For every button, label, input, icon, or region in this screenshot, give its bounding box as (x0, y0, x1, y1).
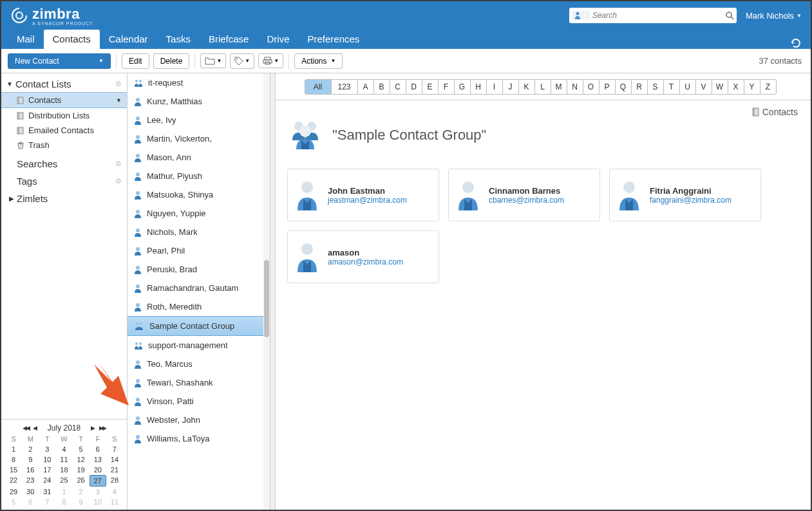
cal-day[interactable]: 4 (55, 444, 72, 454)
alpha-all[interactable]: All (305, 79, 332, 95)
tag-button[interactable]: ▼ (230, 53, 254, 69)
list-item[interactable]: Pearl, Phil (127, 241, 270, 260)
cal-day[interactable]: 1 (5, 444, 22, 454)
sidebar-item-emailed-contacts[interactable]: Emailed Contacts (1, 123, 127, 138)
cal-day[interactable]: 12 (73, 454, 90, 465)
cal-day[interactable]: 23 (22, 475, 39, 487)
tab-calendar[interactable]: Calendar (100, 30, 157, 49)
list-item[interactable]: Teo, Marcus (127, 355, 270, 373)
cal-day[interactable]: 28 (106, 475, 123, 487)
tab-contacts[interactable]: Contacts (44, 30, 100, 49)
splitter-handle[interactable] (270, 73, 276, 510)
alpha-letter[interactable]: U (679, 79, 696, 95)
alpha-letter[interactable]: Q (615, 79, 632, 95)
list-item[interactable]: Mathur, Piyush (127, 167, 270, 185)
tab-tasks[interactable]: Tasks (157, 30, 200, 49)
cal-day[interactable]: 10 (90, 497, 106, 507)
member-card[interactable]: John Eastmanjeastman@zimbra.com (287, 169, 439, 221)
sidebar-item-distribution-lists[interactable]: Distribution Lists (1, 108, 127, 123)
folder-move-button[interactable]: ▼ (200, 53, 226, 68)
alpha-letter[interactable]: E (422, 79, 439, 95)
member-card[interactable]: Cinnamon Barnescbarnes@zimbra.com (448, 169, 600, 221)
list-item[interactable]: Ramachandran, Gautam (127, 279, 270, 297)
alpha-letter[interactable]: L (534, 79, 551, 95)
cal-day[interactable]: 9 (73, 497, 90, 507)
alpha-letter[interactable]: J (502, 79, 519, 95)
cal-day[interactable]: 1 (55, 487, 72, 497)
alpha-letter[interactable]: W (712, 79, 728, 95)
cal-day[interactable]: 26 (73, 475, 90, 487)
refresh-button[interactable] (790, 37, 811, 49)
member-card[interactable]: amasonamason@zimbra.com (287, 230, 439, 283)
alpha-letter[interactable]: Z (760, 79, 777, 95)
list-item[interactable]: Tewari, Shashank (127, 373, 270, 392)
alpha-letter[interactable]: C (390, 79, 406, 95)
alpha-letter[interactable]: D (406, 79, 422, 95)
sidebar-item-trash[interactable]: Trash (1, 138, 127, 153)
member-card[interactable]: Fitria Anggrainifanggraini@zimbra.com (609, 169, 761, 221)
search-input[interactable] (592, 11, 725, 20)
cal-day[interactable]: 5 (5, 497, 22, 507)
alpha-letter[interactable]: A (357, 79, 374, 95)
list-item[interactable]: Sample Contact Group (127, 316, 270, 336)
alpha-letter[interactable]: R (631, 79, 648, 95)
tab-preferences[interactable]: Preferences (298, 30, 368, 49)
search-icon[interactable] (725, 11, 734, 20)
member-email[interactable]: fanggraini@zimbra.com (650, 196, 732, 205)
search-box[interactable]: ▼ (569, 8, 737, 23)
cal-day[interactable]: 16 (22, 465, 39, 475)
delete-button[interactable]: Delete (153, 53, 190, 69)
tab-drive[interactable]: Drive (258, 30, 298, 49)
cal-day[interactable]: 10 (39, 454, 55, 465)
alpha-letter[interactable]: T (663, 79, 680, 95)
tab-mail[interactable]: Mail (8, 30, 44, 49)
gear-icon[interactable]: ⚙ (115, 80, 122, 88)
cal-day[interactable]: 24 (39, 475, 55, 487)
contact-lists-header[interactable]: ▼ Contact Lists ⚙ (1, 76, 127, 92)
list-item[interactable]: support-management (127, 336, 270, 355)
cal-day[interactable]: 6 (90, 444, 106, 454)
alpha-letter[interactable]: K (518, 79, 535, 95)
list-item[interactable]: Vinson, Patti (127, 392, 270, 411)
cal-day[interactable]: 25 (55, 475, 72, 487)
cal-day[interactable]: 8 (55, 497, 72, 507)
cal-day[interactable]: 5 (73, 444, 90, 454)
alpha-letter[interactable]: P (599, 79, 616, 95)
list-item[interactable]: Martin, Vickerton, (127, 129, 270, 148)
member-email[interactable]: jeastman@zimbra.com (328, 196, 407, 205)
alpha-letter[interactable]: B (373, 79, 390, 95)
alpha-letter[interactable]: V (695, 79, 712, 95)
alpha-letter[interactable]: N (567, 79, 583, 95)
location-breadcrumb[interactable]: Contacts (752, 107, 798, 117)
cal-month-label[interactable]: July 2018 (48, 423, 80, 432)
cal-prev-fast[interactable]: ◀◀ (23, 425, 29, 431)
list-item[interactable]: Matsuoka, Shinya (127, 185, 270, 204)
cal-day[interactable]: 11 (55, 454, 72, 465)
sidebar-item-contacts[interactable]: Contacts ▼ (1, 92, 127, 108)
contact-list[interactable]: it-requestKunz, MatthiasLee, IvyMartin, … (127, 73, 270, 510)
list-item[interactable]: Kunz, Matthias (127, 92, 270, 111)
cal-day[interactable]: 20 (90, 465, 106, 475)
user-menu[interactable]: Mark Nichols ▼ (746, 11, 802, 21)
cal-day[interactable]: 27 (90, 475, 106, 487)
cal-prev[interactable]: ◀ (33, 425, 37, 431)
list-item[interactable]: it-request (127, 73, 270, 92)
cal-day[interactable]: 19 (73, 465, 90, 475)
alpha-letter[interactable]: I (486, 79, 503, 95)
sidebar-zimlets[interactable]: ▶ Zimlets (1, 190, 127, 207)
cal-day[interactable]: 2 (22, 444, 39, 454)
search-category[interactable]: ▼ (572, 11, 590, 20)
new-contact-button[interactable]: New Contact ▼ (8, 53, 111, 69)
cal-day[interactable]: 7 (39, 497, 55, 507)
alpha-letter[interactable]: H (470, 79, 487, 95)
alpha-letter[interactable]: M (551, 79, 567, 95)
cal-day[interactable]: 7 (106, 444, 123, 454)
tab-briefcase[interactable]: Briefcase (200, 30, 258, 49)
cal-day[interactable]: 4 (106, 487, 123, 497)
list-item[interactable]: Peruski, Brad (127, 260, 270, 279)
cal-day[interactable]: 30 (22, 487, 39, 497)
member-email[interactable]: cbarnes@zimbra.com (489, 196, 564, 205)
cal-day[interactable]: 3 (39, 444, 55, 454)
cal-next-fast[interactable]: ▶▶ (99, 425, 106, 431)
alpha-letter[interactable]: F (438, 79, 455, 95)
